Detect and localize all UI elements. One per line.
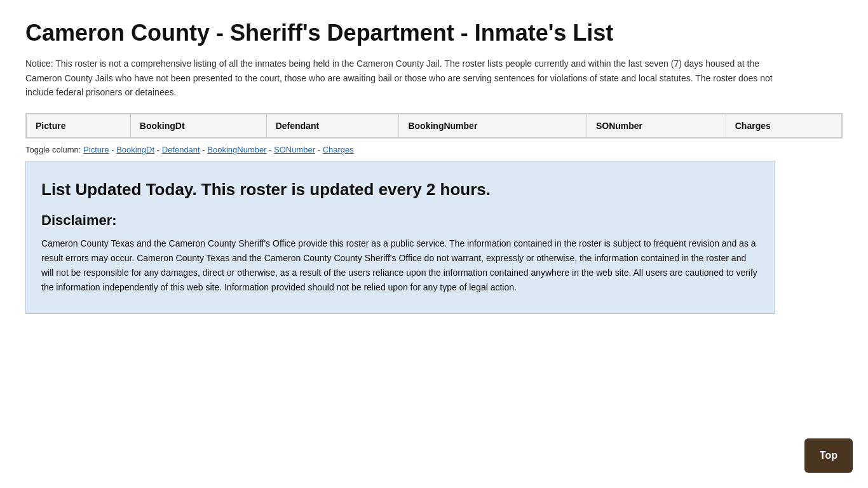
toggle-sonumber-link[interactable]: SONumber (274, 145, 315, 154)
toggle-column-row: Toggle column: Picture - BookingDt - Def… (25, 145, 843, 154)
info-box: List Updated Today. This roster is updat… (25, 161, 775, 313)
col-header-bookingnumber: BookingNumber (399, 114, 587, 138)
col-header-sonumber: SONumber (587, 114, 726, 138)
page-title: Cameron County - Sheriff's Department - … (25, 19, 843, 46)
disclaimer-heading: Disclaimer: (41, 212, 759, 229)
toggle-defendant-link[interactable]: Defendant (162, 145, 200, 154)
col-header-charges: Charges (726, 114, 841, 138)
inmate-table: Picture BookingDt Defendant BookingNumbe… (25, 113, 843, 139)
toggle-picture-link[interactable]: Picture (83, 145, 109, 154)
toggle-bookingdt-link[interactable]: BookingDt (116, 145, 154, 154)
toggle-charges-link[interactable]: Charges (323, 145, 354, 154)
col-header-picture: Picture (27, 114, 131, 138)
table-header-row: Picture BookingDt Defendant BookingNumbe… (27, 114, 842, 138)
col-header-defendant: Defendant (266, 114, 399, 138)
updated-text: List Updated Today. This roster is updat… (41, 179, 759, 201)
col-header-bookingdt: BookingDt (130, 114, 266, 138)
columns-table: Picture BookingDt Defendant BookingNumbe… (26, 114, 842, 138)
toggle-prefix: Toggle column: (25, 145, 81, 154)
disclaimer-body: Cameron County Texas and the Cameron Cou… (41, 236, 759, 295)
notice-text: Notice: This roster is not a comprehensi… (25, 57, 775, 99)
top-button[interactable]: Top (804, 438, 853, 473)
toggle-bookingnumber-link[interactable]: BookingNumber (207, 145, 266, 154)
